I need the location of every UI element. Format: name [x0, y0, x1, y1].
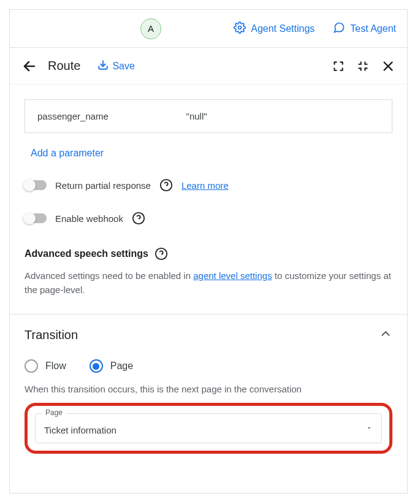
chevron-up-icon[interactable]	[379, 327, 392, 343]
dropdown-arrow-icon	[365, 424, 373, 433]
gear-icon	[234, 21, 246, 36]
flow-radio[interactable]	[25, 359, 38, 373]
test-agent-link[interactable]: Test Agent	[333, 21, 396, 36]
save-label: Save	[112, 61, 134, 72]
expand-icon[interactable]	[332, 60, 345, 72]
parameter-value: "null"	[186, 111, 380, 121]
test-agent-label: Test Agent	[350, 23, 396, 34]
learn-more-link[interactable]: Learn more	[181, 180, 229, 191]
top-bar: A Agent Settings Test Agent	[10, 10, 407, 48]
close-icon[interactable]	[381, 59, 395, 73]
page-radio[interactable]	[90, 359, 103, 373]
page-radio-label: Page	[110, 361, 133, 372]
svg-point-0	[239, 26, 242, 29]
transition-description: When this transition occurs, this is the…	[25, 384, 392, 394]
agent-settings-link[interactable]: Agent Settings	[234, 21, 315, 36]
parameter-name: passenger_name	[37, 111, 186, 121]
collapse-icon[interactable]	[357, 60, 369, 72]
chat-icon	[333, 21, 345, 36]
partial-response-label: Return partial response	[55, 180, 151, 191]
page-select-value: Ticket information	[44, 425, 116, 435]
save-icon	[97, 59, 109, 73]
page-title: Route	[48, 59, 80, 73]
advanced-speech-heading: Advanced speech settings	[25, 247, 392, 261]
transition-section-header[interactable]: Transition	[25, 315, 392, 343]
page-select[interactable]: Page Ticket information	[35, 413, 382, 443]
advanced-speech-title: Advanced speech settings	[25, 248, 148, 259]
flow-radio-label: Flow	[45, 361, 66, 372]
add-parameter-button[interactable]: Add a parameter	[31, 148, 104, 159]
help-icon[interactable]	[132, 212, 145, 225]
agent-settings-label: Agent Settings	[251, 23, 315, 34]
parameter-row[interactable]: passenger_name "null"	[25, 99, 392, 133]
page-select-label: Page	[42, 408, 66, 417]
agent-level-settings-link[interactable]: agent level settings	[193, 270, 272, 281]
transition-title: Transition	[25, 328, 78, 342]
help-icon[interactable]	[155, 247, 168, 261]
webhook-toggle[interactable]	[25, 213, 47, 223]
partial-response-toggle[interactable]	[25, 180, 47, 190]
route-header: Route Save	[10, 48, 407, 85]
back-arrow-icon[interactable]	[22, 59, 37, 74]
save-button[interactable]: Save	[97, 59, 134, 73]
desc-text-before: Advanced settings need to be enabled in	[25, 270, 193, 281]
advanced-description: Advanced settings need to be enabled in …	[25, 269, 392, 297]
highlight-annotation: Page Ticket information	[25, 403, 392, 454]
help-icon[interactable]	[159, 178, 173, 192]
webhook-label: Enable webhook	[55, 213, 123, 224]
avatar[interactable]: A	[140, 18, 161, 39]
